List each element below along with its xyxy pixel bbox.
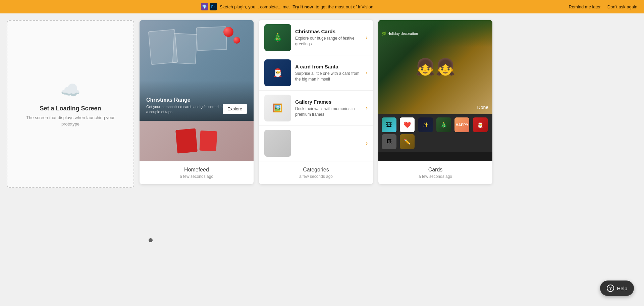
cards-panel[interactable]: 🌿 Holiday decoration 👧👧 Done 🖼 ❤️ ✨ 🎄 HA… bbox=[378, 20, 492, 184]
categories-footer: Categories a few seconds ago bbox=[259, 161, 373, 184]
unknown-category-thumbnail bbox=[264, 130, 291, 157]
card-tool-red-card[interactable]: 🎅 bbox=[473, 117, 488, 132]
card-tool-image[interactable]: 🖼 bbox=[382, 134, 396, 149]
christmas-range-banner: Christmas Range Get your personalised ca… bbox=[140, 20, 254, 121]
help-icon: ? bbox=[607, 285, 614, 292]
gallery-frames-title: Gallery Frames bbox=[295, 99, 362, 105]
category-gallery-frames[interactable]: Gallery Frames Deck their walls with mem… bbox=[259, 91, 373, 126]
card-item-1 bbox=[175, 129, 198, 154]
help-label: Help bbox=[617, 286, 627, 291]
unknown-category-arrow: › bbox=[366, 140, 368, 146]
photoshop-icon: Ps bbox=[210, 3, 217, 10]
christmas-cards-title: Christmas Cards bbox=[295, 29, 362, 34]
homefeed-label: Homefeed bbox=[145, 167, 248, 173]
dont-ask-link[interactable]: Don't ask again bbox=[607, 4, 637, 9]
card-tool-christmas[interactable]: 🎄 bbox=[436, 117, 451, 132]
christmas-cards-desc: Explore our huge range of festive greeti… bbox=[295, 36, 362, 47]
card-tool-gold[interactable]: ✏️ bbox=[400, 134, 415, 149]
remind-later-link[interactable]: Remind me later bbox=[569, 4, 600, 9]
gallery-frames-info: Gallery Frames Deck their walls with mem… bbox=[295, 99, 362, 117]
category-santa-card[interactable]: A card from Santa Surprise a little one … bbox=[259, 55, 373, 91]
santa-card-thumbnail bbox=[264, 59, 291, 86]
loading-screen-panel: ☁️ Set a Loading Screen The screen that … bbox=[7, 20, 134, 188]
banner-text-after: to get the most out of InVision. bbox=[316, 4, 374, 9]
mouse-cursor bbox=[149, 238, 153, 242]
banner-title: Christmas Range bbox=[146, 97, 223, 103]
categories-preview: Christmas Cards Explore our huge range o… bbox=[259, 20, 373, 161]
santa-card-info: A card from Santa Surprise a little one … bbox=[295, 64, 362, 82]
deco-ball-2 bbox=[233, 37, 240, 44]
cloud-upload-icon: ☁️ bbox=[60, 81, 80, 100]
categories-label: Categories bbox=[264, 167, 368, 173]
categories-timestamp: a few seconds ago bbox=[264, 174, 368, 179]
banner-actions: Remind me later Don't ask again bbox=[569, 4, 637, 9]
main-content: ☁️ Set a Loading Screen The screen that … bbox=[0, 13, 644, 195]
loading-title: Set a Loading Screen bbox=[40, 105, 101, 112]
homefeed-timestamp: a few seconds ago bbox=[145, 174, 248, 179]
wreath-decoration: 🌿 Holiday decoration bbox=[378, 20, 492, 47]
top-banner: 💎 Ps Sketch plugin, you... complete... m… bbox=[0, 0, 644, 13]
banner-content: 💎 Ps Sketch plugin, you... complete... m… bbox=[7, 3, 569, 10]
santa-card-desc: Surprise a little one with a card from t… bbox=[295, 71, 362, 82]
help-button[interactable]: ? Help bbox=[600, 280, 634, 296]
homefeed-footer: Homefeed a few seconds ago bbox=[140, 161, 254, 184]
try-it-now-link[interactable]: Try it now bbox=[292, 4, 313, 9]
deco-frame-3 bbox=[196, 26, 227, 51]
categories-panel[interactable]: Christmas Cards Explore our huge range o… bbox=[259, 20, 373, 184]
loading-subtitle: The screen that displays when launching … bbox=[17, 115, 123, 127]
banner-description: Get your personalised cards and gifts so… bbox=[146, 104, 223, 114]
category-item-4[interactable]: › bbox=[259, 126, 373, 161]
cards-toolbar: 🖼 ❤️ ✨ 🎄 HAPPY 🎅 🖼 ✏️ bbox=[378, 114, 492, 152]
christmas-cards-thumbnail bbox=[264, 24, 291, 51]
gallery-frames-desc: Deck their walls with memories in premiu… bbox=[295, 106, 362, 117]
santa-card-title: A card from Santa bbox=[295, 64, 362, 69]
christmas-cards-arrow: › bbox=[366, 35, 368, 41]
gallery-frames-thumbnail bbox=[264, 95, 291, 121]
cards-label: Cards bbox=[384, 167, 487, 173]
card-tool-purple[interactable]: ✨ bbox=[418, 117, 433, 132]
card-item-2 bbox=[199, 131, 217, 152]
card-tool-heart[interactable]: ❤️ bbox=[400, 117, 415, 132]
deco-frame-2 bbox=[172, 33, 198, 64]
santa-card-arrow: › bbox=[366, 70, 368, 76]
kids-photo-content: 👧👧 bbox=[415, 58, 455, 76]
homefeed-preview: Christmas Range Get your personalised ca… bbox=[140, 20, 254, 161]
banner-icons: 💎 Ps bbox=[201, 3, 217, 10]
banner-content: Christmas Range Get your personalised ca… bbox=[146, 97, 247, 114]
cards-main-image: 🌿 Holiday decoration 👧👧 Done bbox=[378, 20, 492, 114]
homefeed-second-section bbox=[140, 121, 254, 161]
gallery-frames-arrow: › bbox=[366, 105, 368, 111]
card-tool-photos[interactable]: 🖼 bbox=[382, 117, 396, 132]
done-button[interactable]: Done bbox=[477, 105, 488, 110]
banner-text-block: Christmas Range Get your personalised ca… bbox=[146, 97, 223, 114]
christmas-cards-info: Christmas Cards Explore our huge range o… bbox=[295, 29, 362, 47]
deco-ball-1 bbox=[223, 27, 233, 37]
card-tool-happy[interactable]: HAPPY bbox=[454, 117, 469, 132]
homefeed-panel[interactable]: Christmas Range Get your personalised ca… bbox=[140, 20, 254, 184]
banner-text-before: Sketch plugin, you... complete... me. bbox=[220, 4, 290, 9]
gem-icon: 💎 bbox=[201, 3, 208, 10]
cards-preview: 🌿 Holiday decoration 👧👧 Done 🖼 ❤️ ✨ 🎄 HA… bbox=[378, 20, 492, 161]
kids-photo-background: 🌿 Holiday decoration 👧👧 Done bbox=[378, 20, 492, 114]
cards-timestamp: a few seconds ago bbox=[384, 174, 487, 179]
category-christmas-cards[interactable]: Christmas Cards Explore our huge range o… bbox=[259, 20, 373, 55]
explore-button[interactable]: Explore bbox=[223, 104, 247, 114]
cards-footer: Cards a few seconds ago bbox=[378, 161, 492, 184]
